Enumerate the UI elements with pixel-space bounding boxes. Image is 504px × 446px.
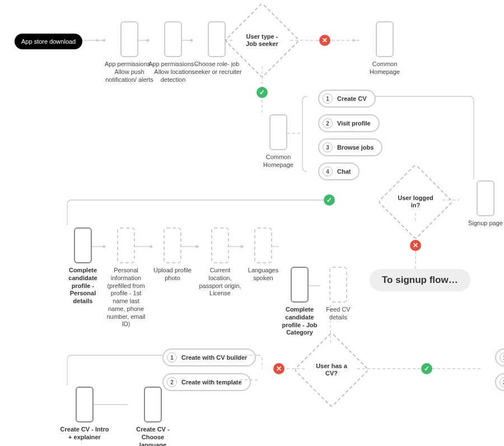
svg-marker-15 — [96, 39, 100, 42]
node-common-homepage-top: Common Homepage — [360, 21, 410, 76]
cross-icon: ✕ — [319, 35, 330, 46]
check-icon: ✓ — [324, 194, 335, 206]
node-languages-spoken: Languages spoken — [244, 227, 282, 282]
app-store-download-pill: App store download — [15, 34, 82, 49]
seq-item-visit-profile: 2Visit profile — [318, 114, 380, 132]
seq-item-create-cv: 1Create CV — [318, 90, 376, 108]
decision-logged-in: User logged in? — [389, 175, 442, 229]
node-create-cv-intro: Create CV - Intro + explainer — [59, 387, 110, 442]
node-current-location: Current location, passport origin, Licen… — [198, 227, 242, 298]
to-signup-flow-pill: To signup flow… — [370, 269, 470, 291]
node-app-permissions-push: App permissions - Allow push notificatio… — [104, 21, 155, 83]
node-app-permissions-location: App permissions - Allow location detecti… — [148, 21, 198, 83]
decision-user-type: User type - Job seeker — [235, 13, 289, 67]
cross-icon: ✕ — [273, 363, 284, 374]
node-upload-photo: Upload profile photo — [152, 227, 193, 282]
node-common-homepage-center: Common Homepage — [253, 114, 304, 169]
seq-item-browse-jobs: 3Browse jobs — [318, 138, 382, 156]
check-icon: ✓ — [256, 87, 268, 98]
node-profile-job-category: Complete candidate profile - Job Categor… — [280, 267, 319, 337]
node-feed-cv-details: Feed CV details — [321, 267, 355, 322]
node-signup-page: Signup page — [460, 180, 504, 227]
seq-item-cutoff-1: 1 — [495, 349, 504, 366]
node-personal-information: Personal information (prefilled from pro… — [106, 227, 146, 328]
node-create-cv-language: Create CV - Choose language — [128, 387, 178, 446]
seq-item-chat: 4Chat — [318, 162, 360, 180]
pill-label: App store download — [21, 38, 76, 45]
seq-item-create-cv-builder: 1Create with CV builder — [162, 349, 256, 366]
seq-item-cutoff-2: 2 — [495, 373, 504, 391]
cross-icon: ✕ — [410, 240, 421, 251]
check-icon: ✓ — [421, 363, 432, 374]
node-profile-personal-details: Complete candidate profile - Personal de… — [60, 227, 105, 305]
svg-marker-16 — [353, 39, 356, 42]
decision-has-cv: User has a CV? — [305, 343, 358, 397]
